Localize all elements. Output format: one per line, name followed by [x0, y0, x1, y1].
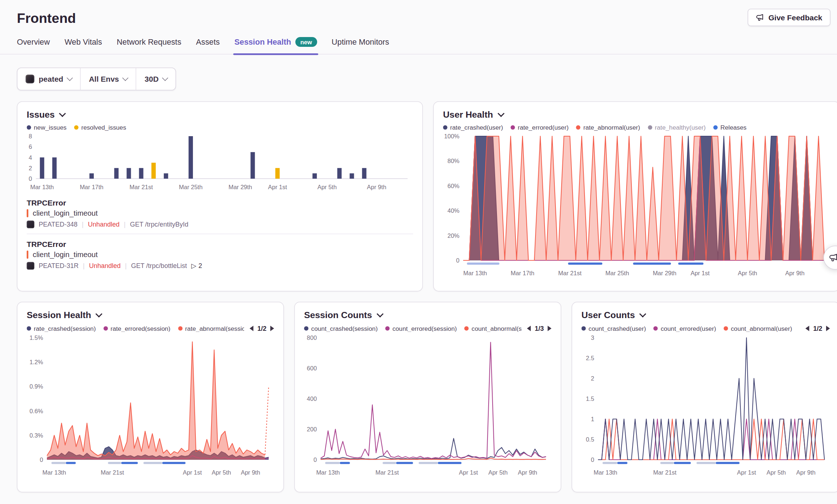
give-feedback-button[interactable]: Give Feedback	[748, 9, 830, 26]
session-health-panel-title[interactable]: Session Health	[27, 310, 91, 321]
legend-item[interactable]: count_abnormal(session)	[465, 325, 522, 332]
legend-label: count_errored(user)	[661, 325, 716, 332]
issue-level-indicator	[27, 251, 29, 259]
legend-item[interactable]: count_crashed(user)	[582, 325, 646, 332]
issue-title[interactable]: client_login_timeout	[33, 251, 98, 259]
issue-title[interactable]: client_login_timeout	[33, 209, 98, 218]
legend-item[interactable]: rate_errored(session)	[104, 325, 170, 332]
legend-item[interactable]: rate_abnormal(session)	[178, 325, 244, 332]
unhandled-tag: Unhandled	[88, 221, 120, 228]
svg-text:Apr 5th: Apr 5th	[318, 184, 337, 190]
svg-text:0.5: 0.5	[586, 436, 594, 443]
svg-text:Mar 21st: Mar 21st	[558, 270, 582, 276]
tab-session-health[interactable]: Session Health new	[234, 35, 317, 54]
pager-prev-icon[interactable]	[250, 326, 254, 331]
svg-text:Apr 9th: Apr 9th	[785, 270, 804, 276]
svg-text:20%: 20%	[448, 232, 460, 239]
session-counts-chart[interactable]: 0200400600800Mar 13thMar 21stApr 1stApr …	[304, 333, 551, 478]
tab-web-vitals[interactable]: Web Vitals	[65, 35, 102, 54]
issues-chart[interactable]: 02468Mar 13thMar 17thMar 21stMar 25thMar…	[27, 132, 413, 193]
svg-text:2.5: 2.5	[586, 355, 594, 361]
issue-error-type[interactable]: TRPCError	[27, 240, 413, 248]
svg-text:4: 4	[29, 154, 32, 161]
environment-selector-label: All Envs	[89, 75, 119, 84]
svg-text:3: 3	[591, 334, 594, 341]
legend-dot-icon	[648, 125, 652, 130]
legend-item[interactable]: count_crashed(session)	[304, 325, 378, 332]
svg-text:Mar 25th: Mar 25th	[179, 184, 203, 190]
svg-text:Mar 21st: Mar 21st	[653, 469, 677, 476]
svg-text:400: 400	[307, 395, 317, 402]
issue-list: TRPCError client_login_timeout PEATED-34…	[27, 193, 413, 270]
tab-label: Assets	[196, 38, 220, 46]
legend-item[interactable]: rate_errored(user)	[511, 124, 569, 131]
svg-text:Mar 13th: Mar 13th	[316, 469, 340, 476]
project-selector[interactable]: peated	[17, 68, 80, 90]
legend-item[interactable]: rate_crashed(user)	[443, 124, 503, 131]
legend-dot-icon	[304, 326, 308, 331]
user-counts-panel-title[interactable]: User Counts	[582, 310, 635, 321]
chevron-down-icon[interactable]	[639, 310, 646, 317]
legend-label: rate_healthy(user)	[655, 124, 706, 131]
issue-error-type[interactable]: TRPCError	[27, 198, 413, 207]
tab-assets[interactable]: Assets	[196, 35, 220, 54]
issue-item: TRPCError client_login_timeout PEATED-34…	[27, 193, 413, 228]
issue-level-indicator	[27, 209, 29, 218]
pager-next-icon[interactable]	[270, 326, 274, 331]
pager-next-icon[interactable]	[826, 326, 830, 331]
svg-text:1.5%: 1.5%	[29, 334, 43, 341]
session-health-chart[interactable]: 00.3%0.6%0.9%1.2%1.5%Mar 13thMar 21stApr…	[27, 333, 274, 478]
session-counts-panel-title[interactable]: Session Counts	[304, 310, 372, 321]
date-range-selector-label: 30D	[145, 75, 159, 84]
unhandled-tag: Unhandled	[89, 262, 121, 270]
issue-short-id: PEATED-348	[39, 221, 78, 228]
megaphone-icon	[756, 13, 764, 22]
pager-prev-icon[interactable]	[805, 326, 809, 331]
legend-item[interactable]: new_issues	[27, 124, 67, 131]
svg-text:200: 200	[307, 426, 317, 432]
legend-item[interactable]: rate_abnormal(user)	[576, 124, 640, 131]
tab-overview[interactable]: Overview	[17, 35, 50, 54]
legend-item[interactable]: rate_healthy(user)	[648, 124, 705, 131]
session-health-legend: rate_crashed(session)rate_errored(sessio…	[27, 325, 244, 332]
legend-item[interactable]: count_errored(user)	[654, 325, 716, 332]
svg-text:1: 1	[591, 416, 594, 422]
chevron-down-icon[interactable]	[497, 110, 504, 117]
issue-item: TRPCError client_login_timeout PEATED-31…	[27, 234, 413, 270]
legend-item[interactable]: count_abnormal(user)	[724, 325, 792, 332]
divider: |	[125, 262, 127, 270]
chevron-down-icon[interactable]	[376, 310, 383, 317]
tab-label: Session Health	[234, 38, 291, 46]
legend-item[interactable]: count_errored(session)	[385, 325, 457, 332]
replay-count[interactable]: ▷ 2	[191, 262, 202, 270]
tab-bar: Overview Web Vitals Network Requests Ass…	[0, 27, 837, 54]
legend-item[interactable]: rate_crashed(session)	[27, 325, 96, 332]
user-counts-panel: User Counts count_crashed(user)count_err…	[572, 302, 837, 492]
svg-text:40%: 40%	[448, 207, 460, 214]
session-health-panel: Session Health rate_crashed(session)rate…	[17, 302, 284, 492]
environment-selector[interactable]: All Envs	[80, 68, 136, 90]
svg-text:800: 800	[307, 334, 317, 341]
legend-dot-icon	[385, 326, 390, 331]
legend-dot-icon	[104, 326, 108, 331]
svg-text:Apr 5th: Apr 5th	[738, 270, 757, 276]
tab-uptime-monitors[interactable]: Uptime Monitors	[332, 35, 389, 54]
project-selector-label: peated	[39, 75, 64, 84]
svg-text:Mar 29th: Mar 29th	[229, 184, 252, 190]
legend-item[interactable]: Releases	[713, 124, 747, 131]
user-counts-legend: count_crashed(user)count_errored(user)co…	[582, 325, 800, 332]
legend-label: rate_errored(session)	[110, 325, 170, 332]
date-range-selector[interactable]: 30D	[136, 68, 175, 90]
user-health-panel-title[interactable]: User Health	[443, 110, 493, 120]
pager-prev-icon[interactable]	[527, 326, 531, 331]
tab-network-requests[interactable]: Network Requests	[117, 35, 181, 54]
pager-next-icon[interactable]	[548, 326, 552, 331]
issues-panel-title[interactable]: Issues	[27, 110, 55, 120]
user-counts-chart[interactable]: 00.511.522.53Mar 13thMar 21stApr 1stApr …	[582, 333, 830, 478]
user-health-chart[interactable]: 020%40%60%80%100%Mar 13thMar 17thMar 21s…	[443, 132, 830, 279]
svg-text:1.2%: 1.2%	[29, 359, 43, 365]
svg-text:Mar 13th: Mar 13th	[463, 270, 487, 276]
chevron-down-icon[interactable]	[96, 310, 102, 317]
chevron-down-icon[interactable]	[59, 110, 66, 117]
legend-item[interactable]: resolved_issues	[74, 124, 126, 131]
